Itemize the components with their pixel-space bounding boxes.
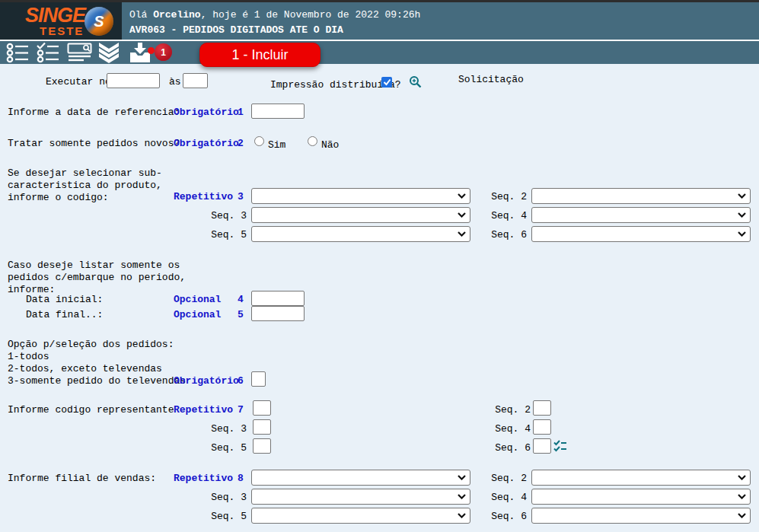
notification-badge: 1 [155,43,172,61]
field7-seq4-label: Seq. 4 [483,423,531,435]
field3-number: 3 [238,191,244,202]
branch-seq3-select[interactable] [251,489,470,505]
page-title: AVR063 - PEDIDOS DIGITADOS ATE O DIA [129,24,343,36]
field7-label: Informe codigo representante [8,404,174,416]
field2-status: Obrigatório [174,138,239,149]
greeting-suffix: , hoje é 1 de Novembro de 2022 09:26h [201,9,421,21]
header-bar: SINGE TESTE S Olá Orcelino, hoje é 1 de … [0,2,759,40]
field7-seq3-label: Seq. 3 [199,423,247,435]
field3-label-line2: caracteristica do produto, [8,180,162,191]
field3-label-line1: Se desejar selecionar sub- [8,167,162,179]
request-label: Solicitação [458,74,524,85]
at-label: às [169,76,181,88]
subchar-seq2-select-wrap [531,188,751,204]
branch-seq3-select-wrap [251,489,470,505]
field7-seq6-label: Seq. 6 [483,442,531,454]
field4-number: 4 [238,294,244,305]
greeting-prefix: Olá [129,9,153,21]
branch-seq5-select[interactable] [251,508,470,524]
field4-label: Data inicial: [26,294,103,305]
branch-seq2-select-wrap [531,470,751,486]
rep-seq2-input[interactable] [533,400,551,416]
subchar-seq2-select[interactable] [531,188,751,204]
subchar-seq1-select-wrap [251,188,470,204]
form-area: Executar no dia às Impressão distribuída… [0,64,759,532]
start-date-input[interactable] [251,291,305,306]
greeting-username: Orcelino [153,9,200,21]
field45-label-line1: Caso deseje listar somente os [8,260,180,271]
field2-label: Tratar somente pedidos novos? [8,138,180,149]
new-orders-yes-label: Sim [268,139,285,151]
field3-seq3-label: Seq. 3 [199,210,247,221]
new-orders-no-label: Não [321,139,339,151]
end-date-input[interactable] [251,306,305,321]
rep-seq5-input[interactable] [253,438,271,454]
field7-number: 7 [238,404,244,416]
execute-date-input[interactable] [107,73,160,88]
double-check-list-icon[interactable] [553,440,567,452]
monitor-search-icon[interactable] [67,43,93,63]
greeting-text: Olá Orcelino, hoje é 1 de Novembro de 20… [129,9,420,21]
subchar-seq6-select-wrap [531,226,751,242]
field6-number: 6 [238,375,244,387]
field6-label-line2: 1-todos [8,351,49,362]
subchar-seq3-select[interactable] [251,207,470,223]
rep-seq6-input[interactable] [533,438,551,454]
subchar-seq1-select[interactable] [251,188,470,204]
new-orders-no-radio[interactable] [308,136,317,146]
field7-status: Repetitivo [174,404,233,416]
execute-time-input[interactable] [183,73,208,88]
rep-seq4-input[interactable] [533,419,551,435]
notification-dot [148,47,155,54]
magnifier-zoom-icon[interactable] [409,75,422,88]
logo-box: SINGE TESTE S [0,2,122,40]
branch-seq4-select-wrap [531,489,751,505]
reference-date-input[interactable] [251,104,305,119]
checked-list-icon[interactable] [37,43,62,63]
field1-number: 1 [238,107,244,118]
rep-seq3-input[interactable] [253,419,271,435]
branch-seq1-select[interactable] [251,470,470,486]
field3-seq6-label: Seq. 6 [480,229,527,241]
field6-label-line4: 3-somente pedido do televendas [8,375,186,387]
field1-label: Informe a data de referencia: [8,107,180,118]
subchar-seq4-select-wrap [531,207,751,223]
field5-label: Data final..: [26,309,103,320]
branch-seq6-select-wrap [531,508,751,524]
field8-label: Informe filial de vendas: [8,473,156,484]
branch-seq2-select[interactable] [531,470,751,486]
field8-seq4-label: Seq. 4 [480,492,527,503]
field8-status: Repetitivo [174,473,233,484]
rep-seq1-input[interactable] [253,400,271,416]
badge-count: 1 [161,47,166,58]
order-option-input[interactable] [251,371,266,387]
triple-chevron-down-icon[interactable] [97,43,123,63]
field8-seq6-label: Seq. 6 [480,511,527,522]
field1-status: Obrigatório [174,107,239,118]
subchar-seq5-select[interactable] [251,226,470,242]
new-orders-yes-radio[interactable] [254,136,264,146]
field7-seq2-label: Seq. 2 [483,404,531,416]
field8-number: 8 [238,473,244,484]
sphere-letter: S [94,13,104,30]
field3-seq2-label: Seq. 2 [480,191,527,202]
branch-seq4-select[interactable] [531,489,751,505]
branch-seq6-select[interactable] [531,508,751,524]
field6-label-line3: 2-todos, exceto televendas [8,363,162,374]
field4-status: Opcional [174,294,221,305]
subchar-seq6-select[interactable] [531,226,751,242]
sphere-logo-icon: S [85,7,113,36]
field2-number: 2 [238,138,244,149]
field5-number: 5 [238,309,244,320]
app-window: SINGE TESTE S Olá Orcelino, hoje é 1 de … [0,0,759,532]
field3-status: Repetitivo [174,191,233,202]
branch-seq5-select-wrap [251,508,470,524]
bullet-list-icon[interactable] [6,43,32,63]
distributed-print-checkbox[interactable] [381,77,392,88]
field6-status: Obrigatório [174,375,239,387]
field8-seq5-label: Seq. 5 [199,511,247,522]
field3-seq5-label: Seq. 5 [199,229,247,241]
field8-seq2-label: Seq. 2 [480,473,527,484]
field3-seq4-label: Seq. 4 [480,210,527,221]
subchar-seq4-select[interactable] [531,207,751,223]
